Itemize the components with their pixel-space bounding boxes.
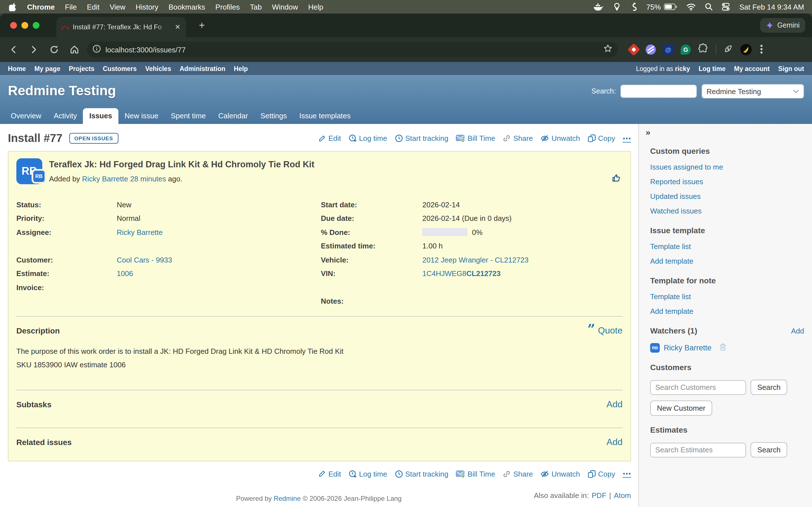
menubar-item-bookmarks[interactable]: Bookmarks: [168, 3, 205, 11]
home-button[interactable]: [66, 42, 82, 57]
author-link[interactable]: Ricky Barrette: [82, 175, 128, 183]
unwatch-button-bottom[interactable]: Unwatch: [540, 469, 580, 478]
search-estimates-input[interactable]: [650, 443, 746, 457]
back-button[interactable]: [6, 42, 21, 57]
thumbs-up-icon[interactable]: [611, 173, 621, 185]
topmenu-home[interactable]: Home: [8, 65, 26, 72]
sidebar-link-issues-assigned[interactable]: Issues assigned to me: [650, 162, 804, 172]
topmenu-log-time[interactable]: Log time: [699, 65, 726, 72]
tab-close-icon[interactable]: ✕: [174, 23, 182, 31]
more-actions-button-bottom[interactable]: ⋯: [622, 469, 631, 479]
tab-issues[interactable]: Issues: [83, 108, 118, 124]
add-subtask-link[interactable]: Add: [606, 399, 622, 409]
start-tracking-button-bottom[interactable]: Start tracking: [395, 469, 448, 478]
sidebar-link-watched-issues[interactable]: Watched issues: [650, 206, 804, 216]
sidebar-collapse-button[interactable]: »: [646, 127, 804, 137]
address-bar[interactable]: localhost:3000/issues/77: [87, 42, 618, 57]
control-center-icon[interactable]: [722, 3, 730, 11]
extension-icon-1[interactable]: [627, 43, 640, 56]
minimize-window-button[interactable]: [21, 22, 28, 29]
assignee-link[interactable]: Ricky Barrette: [117, 228, 163, 237]
sidebar-link-add-template[interactable]: Add template: [650, 256, 804, 267]
time-ago-link[interactable]: 28 minutes: [130, 175, 166, 183]
edit-button-bottom[interactable]: Edit: [318, 469, 341, 478]
browser-tab[interactable]: Install #77: Teraflex Jk: Hd Fo ✕: [56, 17, 186, 37]
sidebar-link-note-template-list[interactable]: Template list: [650, 292, 804, 302]
start-tracking-button[interactable]: Start tracking: [395, 134, 448, 143]
sidebar-link-template-list[interactable]: Template list: [650, 242, 804, 252]
extension-icon-2[interactable]: [646, 45, 656, 55]
forward-button[interactable]: [26, 42, 42, 57]
search-input[interactable]: [620, 84, 697, 98]
site-info-icon[interactable]: [93, 44, 101, 55]
bill-time-button-bottom[interactable]: Bill Time: [456, 469, 495, 478]
gemini-button[interactable]: Gemini: [760, 18, 805, 33]
project-select[interactable]: Redmine Testing: [702, 84, 804, 99]
topmenu-customers[interactable]: Customers: [103, 65, 137, 72]
menubar-app-icon-3[interactable]: [630, 2, 637, 11]
battery-saver-icon[interactable]: [723, 44, 733, 55]
tab-calendar[interactable]: Calendar: [212, 108, 254, 124]
tab-activity[interactable]: Activity: [47, 108, 83, 124]
menubar-app-icon-2[interactable]: [612, 2, 621, 11]
tab-overview[interactable]: Overview: [4, 108, 47, 124]
add-related-issue-link[interactable]: Add: [606, 437, 622, 447]
topmenu-administration[interactable]: Administration: [180, 65, 225, 72]
grammarly-extension-icon[interactable]: G: [680, 45, 691, 55]
customer-link[interactable]: Cool Cars - 9933: [117, 256, 172, 264]
reload-button[interactable]: [46, 42, 62, 57]
topmenu-my-page[interactable]: My page: [35, 65, 60, 72]
tab-settings[interactable]: Settings: [254, 108, 293, 124]
new-tab-button[interactable]: +: [195, 20, 209, 31]
log-time-button-bottom[interactable]: Log time: [349, 469, 388, 478]
log-time-button[interactable]: Log time: [349, 134, 388, 143]
menubar-app-name[interactable]: Chrome: [27, 3, 55, 11]
spotlight-search-icon[interactable]: [705, 3, 713, 11]
redmine-link[interactable]: Redmine: [274, 495, 301, 503]
estimate-link[interactable]: 1006: [117, 270, 133, 278]
edit-button[interactable]: Edit: [318, 134, 341, 143]
menubar-item-history[interactable]: History: [136, 3, 158, 11]
unwatch-button[interactable]: Unwatch: [540, 134, 580, 143]
vehicle-link[interactable]: 2012 Jeep Wrangler - CL212723: [422, 256, 529, 264]
search-estimates-button[interactable]: Search: [751, 442, 787, 457]
bookmark-star-icon[interactable]: [603, 44, 612, 55]
menubar-item-tab[interactable]: Tab: [250, 3, 262, 11]
search-customers-button[interactable]: Search: [751, 380, 787, 395]
profile-avatar[interactable]: [741, 44, 752, 55]
tab-new-issue[interactable]: New issue: [118, 108, 165, 124]
extensions-puzzle-icon[interactable]: [698, 43, 708, 56]
docker-icon[interactable]: [593, 3, 603, 11]
search-customers-input[interactable]: [650, 380, 746, 395]
vin-link[interactable]: 1C4HJWEG8CL212723: [422, 270, 501, 278]
open-issues-badge[interactable]: OPEN ISSUES: [69, 133, 118, 144]
delete-watcher-icon[interactable]: [719, 342, 727, 353]
sidebar-link-reported-issues[interactable]: Reported issues: [650, 177, 804, 187]
menubar-item-edit[interactable]: Edit: [87, 3, 100, 11]
add-watcher-link[interactable]: Add: [791, 327, 804, 335]
topmenu-help[interactable]: Help: [234, 65, 248, 72]
url-text[interactable]: localhost:3000/issues/77: [105, 45, 599, 54]
apple-menu-icon[interactable]: [9, 2, 17, 11]
wifi-icon[interactable]: [686, 3, 696, 10]
copy-button-bottom[interactable]: Copy: [587, 469, 615, 478]
topmenu-vehicles[interactable]: Vehicles: [145, 65, 171, 72]
zoom-window-button[interactable]: [33, 22, 40, 29]
more-actions-button[interactable]: ⋯: [622, 133, 631, 144]
topmenu-projects[interactable]: Projects: [69, 65, 94, 72]
tab-issue-templates[interactable]: Issue templates: [293, 108, 357, 124]
menubar-item-help[interactable]: Help: [308, 3, 323, 11]
menubar-item-file[interactable]: File: [65, 3, 77, 11]
menubar-item-profiles[interactable]: Profiles: [215, 3, 240, 11]
menubar-clock[interactable]: Sat Feb 14 9:34 AM: [739, 3, 804, 11]
topmenu-sign-out[interactable]: Sign out: [778, 65, 804, 72]
new-customer-button[interactable]: New Customer: [650, 400, 712, 416]
tab-spent-time[interactable]: Spent time: [165, 108, 212, 124]
copy-button[interactable]: Copy: [587, 134, 615, 143]
sidebar-link-updated-issues[interactable]: Updated issues: [650, 191, 804, 202]
menubar-item-view[interactable]: View: [110, 3, 125, 11]
close-window-button[interactable]: [10, 22, 17, 29]
share-button[interactable]: Share: [503, 134, 533, 143]
bill-time-button[interactable]: Bill Time: [456, 134, 495, 143]
topmenu-my-account[interactable]: My account: [734, 65, 770, 72]
